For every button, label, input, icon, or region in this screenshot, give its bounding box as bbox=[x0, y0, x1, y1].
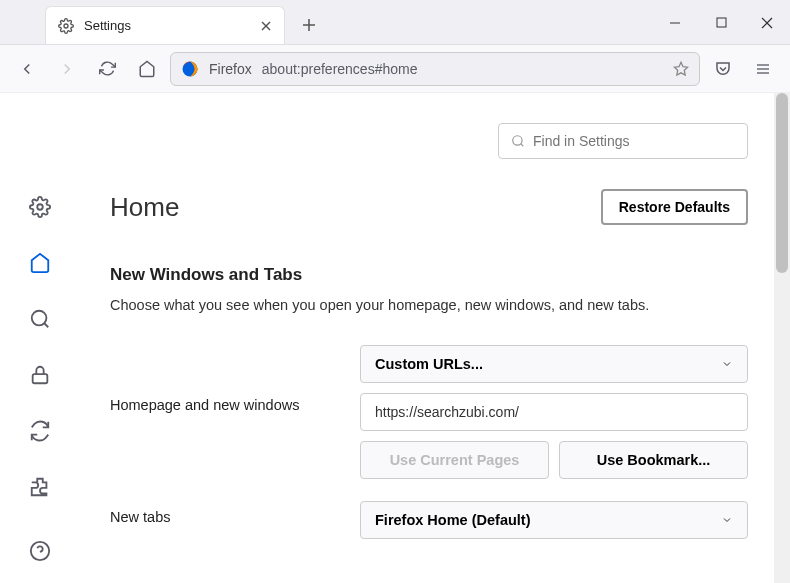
chevron-down-icon bbox=[721, 358, 733, 370]
svg-point-20 bbox=[513, 136, 522, 145]
find-in-settings[interactable] bbox=[498, 123, 748, 159]
window-controls bbox=[652, 0, 790, 45]
menu-button[interactable] bbox=[746, 52, 780, 86]
reload-button[interactable] bbox=[90, 52, 124, 86]
main: Home Restore Defaults New Windows and Ta… bbox=[80, 93, 790, 583]
page-title: Home bbox=[110, 192, 179, 223]
homepage-mode-dropdown[interactable]: Custom URLs... bbox=[360, 345, 748, 383]
sidebar bbox=[0, 93, 80, 583]
sidebar-item-search[interactable] bbox=[26, 305, 54, 333]
find-input[interactable] bbox=[533, 133, 735, 149]
back-button[interactable] bbox=[10, 52, 44, 86]
chevron-down-icon bbox=[721, 514, 733, 526]
sidebar-item-help[interactable] bbox=[26, 537, 54, 565]
svg-marker-10 bbox=[674, 62, 687, 75]
url-bar[interactable]: Firefox about:preferences#home bbox=[170, 52, 700, 86]
bookmark-star-icon[interactable] bbox=[673, 61, 689, 77]
close-window-button[interactable] bbox=[744, 0, 790, 45]
close-icon[interactable] bbox=[260, 20, 272, 32]
svg-point-0 bbox=[64, 24, 68, 28]
svg-line-16 bbox=[44, 323, 48, 327]
new-tab-button[interactable] bbox=[293, 9, 325, 41]
newtabs-dropdown[interactable]: Firefox Home (Default) bbox=[360, 501, 748, 539]
svg-rect-17 bbox=[33, 374, 48, 383]
use-current-pages-button[interactable]: Use Current Pages bbox=[360, 441, 549, 479]
homepage-url-input[interactable] bbox=[360, 393, 748, 431]
newtabs-label: New tabs bbox=[110, 501, 330, 525]
forward-button[interactable] bbox=[50, 52, 84, 86]
sidebar-item-extensions[interactable] bbox=[26, 473, 54, 501]
section-description: Choose what you see when you open your h… bbox=[110, 295, 748, 315]
firefox-icon bbox=[181, 60, 199, 78]
sidebar-item-home[interactable] bbox=[26, 249, 54, 277]
content: Home Restore Defaults New Windows and Ta… bbox=[0, 93, 790, 583]
sidebar-item-sync[interactable] bbox=[26, 417, 54, 445]
toolbar: Firefox about:preferences#home bbox=[0, 45, 790, 93]
tab-settings[interactable]: Settings bbox=[45, 6, 285, 44]
section-title: New Windows and Tabs bbox=[110, 265, 748, 285]
sidebar-item-general[interactable] bbox=[26, 193, 54, 221]
scrollbar[interactable] bbox=[774, 93, 790, 583]
svg-point-15 bbox=[32, 311, 47, 326]
svg-point-14 bbox=[37, 204, 43, 210]
homepage-label: Homepage and new windows bbox=[110, 345, 330, 413]
tab-bar: Settings bbox=[0, 0, 790, 45]
scrollbar-thumb[interactable] bbox=[776, 93, 788, 273]
restore-defaults-button[interactable]: Restore Defaults bbox=[601, 189, 748, 225]
home-button[interactable] bbox=[130, 52, 164, 86]
tab-title: Settings bbox=[84, 18, 260, 33]
use-bookmark-button[interactable]: Use Bookmark... bbox=[559, 441, 748, 479]
pocket-button[interactable] bbox=[706, 52, 740, 86]
maximize-button[interactable] bbox=[698, 0, 744, 45]
gear-icon bbox=[58, 18, 74, 34]
svg-line-21 bbox=[521, 144, 524, 147]
url-identity: Firefox bbox=[209, 61, 252, 77]
minimize-button[interactable] bbox=[652, 0, 698, 45]
url-text: about:preferences#home bbox=[262, 61, 663, 77]
sidebar-item-privacy[interactable] bbox=[26, 361, 54, 389]
search-icon bbox=[511, 134, 525, 148]
svg-rect-6 bbox=[717, 18, 726, 27]
